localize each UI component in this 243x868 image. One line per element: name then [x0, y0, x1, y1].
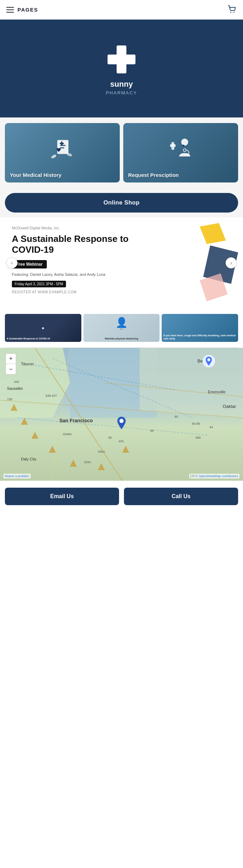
map-zoom-in[interactable]: + [6, 353, 16, 364]
article-date: Friday April 3, 2021 3PM - 5PM [12, 281, 66, 287]
hero-banner: sunny PHARMACY [0, 20, 243, 117]
article-prev-button[interactable]: ‹ [6, 257, 17, 268]
thumbnail-3[interactable]: If you have fever, cough and difficulty … [162, 314, 238, 342]
map-zoom-controls: + − [6, 353, 16, 374]
online-shop-button[interactable]: Online Shop [5, 193, 238, 213]
svg-marker-13 [200, 223, 226, 244]
svg-line-25 [17, 418, 209, 435]
svg-rect-4 [60, 148, 64, 149]
article-publisher: McDowell Digital Media, Inc. [12, 226, 231, 230]
prescription-card[interactable]: Request Presciption [123, 123, 238, 182]
svg-marker-31 [122, 446, 129, 453]
article-section: ‹ › McDowell Digital Media, Inc. A Susta… [0, 217, 243, 314]
pharmacy-subtitle: PHARMACY [106, 90, 137, 95]
services-cards: Your Medical History Request Presciption [0, 117, 243, 188]
map-label-sausalito: Sausalito [7, 386, 23, 390]
map-attribution: | © © OpenStreetMap contributors [189, 474, 240, 479]
thumb-3-text: If you have fever, cough and difficulty … [163, 334, 236, 340]
prescription-label: Request Presciption [123, 167, 184, 183]
svg-marker-27 [31, 432, 38, 439]
map-section: 431 430A 429A 56 4348A 48 80 84·88 580 4… [0, 348, 243, 481]
svg-marker-28 [49, 446, 56, 453]
svg-text:430A: 430A [98, 450, 105, 453]
map-label-tiburon: Tiburon [21, 362, 34, 366]
article-card: ‹ › McDowell Digital Media, Inc. A Susta… [5, 217, 238, 308]
article-featuring: Featuring: Daniel Lacey, Aisha Salazar, … [12, 272, 132, 277]
article-register: REGISTER AT WWW.EXAMPLE.COM [12, 290, 231, 294]
header: PAGES [0, 0, 243, 20]
svg-rect-3 [60, 145, 66, 146]
osm-link[interactable]: © OpenStreetMap contributors [196, 474, 238, 478]
svg-text:158: 158 [7, 397, 12, 401]
berkeley-location-pin [202, 355, 215, 367]
map-zoom-out[interactable]: − [6, 364, 16, 374]
svg-point-12 [183, 149, 186, 152]
svg-text:431: 431 [119, 439, 124, 443]
pink-shape [200, 273, 228, 301]
map-label-emeryville: Emeryville [208, 390, 226, 394]
thumb-2-text: Maintain physical distancing [85, 337, 158, 340]
svg-text:580: 580 [196, 436, 201, 439]
medical-history-icon [50, 137, 75, 163]
action-buttons: Email Us Call Us [0, 481, 243, 512]
svg-text:56: 56 [108, 436, 112, 439]
svg-text:438-437: 438-437 [45, 394, 57, 397]
svg-text:48: 48 [150, 429, 154, 432]
map-label-sf: San Francisco [59, 418, 93, 423]
medical-history-card[interactable]: Your Medical History [5, 123, 120, 182]
map-report-problem[interactable]: Report a problem [3, 474, 31, 479]
call-us-button[interactable]: Call Us [124, 488, 238, 505]
thumbnail-1[interactable]: ● A Sustainable Response to COVID-19 [5, 314, 81, 342]
svg-rect-6 [60, 143, 64, 144]
thumb-1-text: A Sustainable Response to COVID-19 [7, 337, 80, 340]
svg-text:442: 442 [14, 380, 19, 383]
svg-rect-2 [57, 140, 68, 154]
pharmacy-cross-icon [108, 45, 135, 73]
svg-point-1 [234, 12, 235, 13]
header-left: PAGES [6, 7, 38, 13]
svg-marker-29 [70, 460, 77, 467]
svg-point-0 [230, 12, 231, 13]
thumbnail-strip: ● A Sustainable Response to COVID-19 👤 ↔… [0, 314, 243, 347]
menu-icon[interactable] [6, 7, 14, 13]
svg-point-47 [119, 419, 124, 423]
medical-history-label: Your Medical History [5, 167, 66, 183]
thumbnail-2[interactable]: 👤 ↔ Maintain physical distancing [83, 314, 160, 342]
svg-text:4348A: 4348A [63, 432, 72, 436]
pharmacy-name: sunny [110, 80, 133, 89]
email-us-button[interactable]: Email Us [5, 488, 119, 505]
prescription-icon [169, 137, 193, 163]
svg-point-46 [207, 358, 210, 361]
svg-marker-30 [98, 463, 105, 470]
svg-point-7 [51, 154, 57, 159]
online-shop-section: Online Shop [0, 188, 243, 217]
svg-marker-26 [21, 418, 28, 425]
article-title: A Sustainable Response to COVID-19 [12, 234, 154, 255]
svg-text:84·88: 84·88 [192, 422, 200, 425]
sf-location-pin [117, 417, 126, 432]
svg-text:429A: 429A [84, 460, 91, 464]
cart-icon[interactable] [227, 4, 237, 15]
article-next-button[interactable]: › [226, 257, 237, 268]
map-label-oakland: Oaklar [223, 404, 236, 409]
svg-point-11 [181, 139, 188, 146]
svg-text:44: 44 [209, 425, 213, 429]
svg-rect-10 [170, 144, 176, 147]
map-label-dalycity: Daly City [21, 457, 36, 461]
map-roads-svg: 431 430A 429A 56 4348A 48 80 84·88 580 4… [0, 348, 243, 481]
svg-text:80: 80 [175, 415, 178, 418]
header-title: PAGES [17, 7, 38, 13]
svg-marker-15 [200, 273, 228, 301]
